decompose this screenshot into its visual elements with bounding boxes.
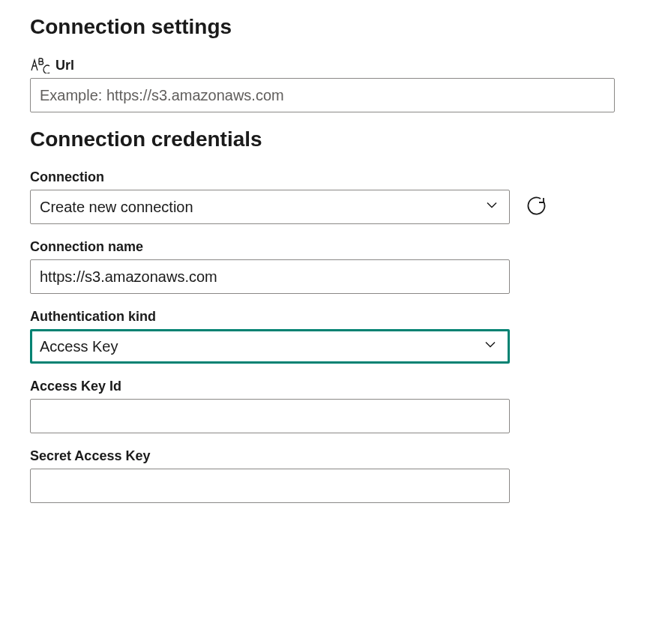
url-field-group: Url — [30, 57, 626, 112]
access-key-id-input[interactable] — [30, 399, 510, 433]
refresh-button[interactable] — [523, 192, 553, 222]
access-key-id-label: Access Key Id — [30, 379, 121, 394]
connection-label: Connection — [30, 169, 104, 185]
connection-settings-heading: Connection settings — [30, 15, 626, 39]
access-key-id-field-group: Access Key Id — [30, 379, 626, 433]
secret-access-key-label: Secret Access Key — [30, 448, 150, 464]
connection-name-label: Connection name — [30, 239, 143, 255]
url-input[interactable] — [30, 78, 615, 112]
url-label: Url — [55, 58, 74, 73]
chevron-down-icon — [484, 338, 497, 355]
refresh-icon — [527, 195, 550, 220]
auth-kind-select-value: Access Key — [40, 338, 118, 355]
auth-kind-field-group: Authentication kind Access Key — [30, 309, 626, 364]
connection-select-value: Create new connection — [40, 199, 193, 216]
auth-kind-label: Authentication kind — [30, 309, 156, 325]
connection-credentials-heading: Connection credentials — [30, 127, 626, 151]
connection-name-input[interactable] — [30, 259, 510, 294]
auth-kind-select[interactable]: Access Key — [30, 329, 510, 364]
chevron-down-icon — [485, 199, 499, 216]
secret-access-key-input[interactable] — [30, 469, 510, 503]
connection-select[interactable]: Create new connection — [30, 190, 510, 224]
connection-name-field-group: Connection name — [30, 239, 626, 294]
secret-access-key-field-group: Secret Access Key — [30, 448, 626, 503]
connection-field-group: Connection Create new connection — [30, 169, 626, 224]
abc-type-icon — [30, 57, 51, 73]
